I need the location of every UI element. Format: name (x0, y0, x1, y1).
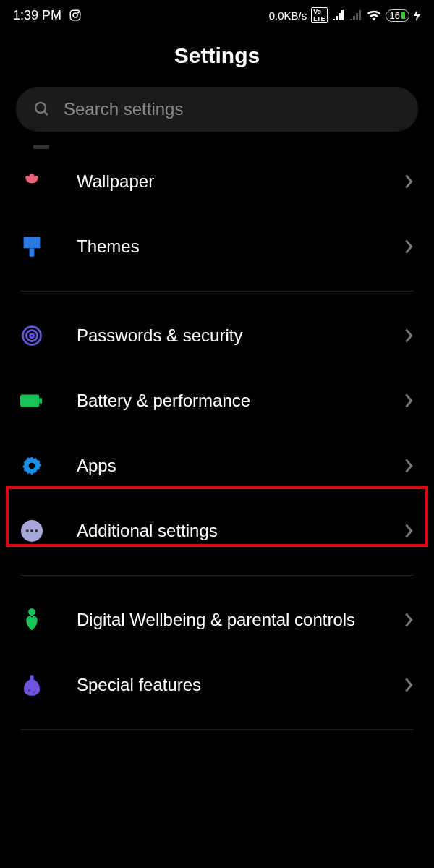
instagram-icon (69, 9, 82, 22)
svg-point-3 (35, 103, 46, 113)
svg-point-9 (30, 334, 34, 338)
svg-rect-6 (30, 248, 35, 256)
settings-item-label: Passwords & security (77, 324, 404, 346)
section-divider (20, 575, 414, 576)
gear-icon (20, 454, 43, 477)
settings-item-battery[interactable]: Battery & performance (0, 368, 434, 433)
heart-icon (20, 608, 43, 631)
search-icon (33, 101, 51, 118)
svg-point-19 (33, 692, 34, 693)
settings-item-label: Battery & performance (77, 389, 404, 412)
settings-item-label: Themes (77, 235, 404, 258)
svg-rect-5 (24, 237, 41, 248)
status-netspeed: 0.0KB/s (269, 9, 307, 22)
svg-rect-11 (39, 398, 42, 404)
brush-icon (20, 235, 43, 258)
chevron-right-icon (404, 239, 414, 255)
signal2-icon (349, 10, 362, 20)
battery-indicator: 16 (386, 9, 409, 22)
settings-item-label: Wallpaper (77, 170, 404, 192)
svg-point-17 (28, 608, 35, 616)
signal-icon (332, 10, 345, 20)
svg-point-1 (73, 13, 77, 17)
settings-item-label: Special features (77, 673, 404, 696)
chevron-right-icon (404, 174, 414, 190)
settings-item-security[interactable]: Passwords & security (0, 303, 434, 368)
svg-point-8 (27, 331, 38, 341)
section-divider (20, 729, 414, 730)
tulip-icon (20, 170, 43, 193)
wifi-icon (367, 9, 381, 21)
chevron-right-icon (404, 458, 414, 474)
more-icon (20, 519, 43, 542)
settings-item-apps[interactable]: Apps (0, 433, 434, 498)
volte-icon: VoLTE (311, 7, 327, 23)
status-time: 1:39 PM (13, 8, 61, 23)
settings-item-label: Additional settings (77, 519, 404, 542)
settings-item-wallpaper[interactable]: Wallpaper (0, 149, 434, 214)
fingerprint-icon (20, 324, 43, 347)
section-divider (20, 291, 414, 292)
svg-point-2 (77, 12, 79, 13)
settings-item-label: Apps (77, 454, 404, 477)
chevron-right-icon (404, 393, 414, 409)
settings-item-special[interactable]: Special features (0, 652, 434, 718)
status-bar: 1:39 PM 0.0KB/s VoLTE 16 (0, 0, 434, 27)
settings-item-wellbeing[interactable]: Digital Wellbeing & parental controls (0, 587, 434, 652)
svg-point-15 (30, 529, 33, 532)
settings-item-additional[interactable]: Additional settings (0, 498, 434, 563)
charging-icon (414, 9, 421, 21)
search-input[interactable]: Search settings (16, 87, 418, 132)
chevron-right-icon (404, 523, 414, 539)
svg-rect-10 (20, 395, 39, 407)
chevron-right-icon (404, 328, 414, 344)
settings-item-themes[interactable]: Themes (0, 214, 434, 279)
svg-point-18 (28, 689, 30, 692)
svg-point-12 (29, 463, 35, 469)
settings-item-label: Digital Wellbeing & parental controls (77, 608, 404, 631)
battery-icon (20, 389, 43, 412)
flask-icon (20, 673, 43, 697)
chevron-right-icon (404, 612, 414, 628)
svg-point-14 (26, 529, 29, 532)
page-title: Settings (0, 43, 434, 68)
svg-point-16 (35, 529, 38, 532)
search-placeholder: Search settings (64, 99, 183, 119)
settings-list: Wallpaper Themes Passwords & security Ba… (0, 145, 434, 730)
chevron-right-icon (404, 677, 414, 693)
svg-line-4 (44, 111, 48, 115)
